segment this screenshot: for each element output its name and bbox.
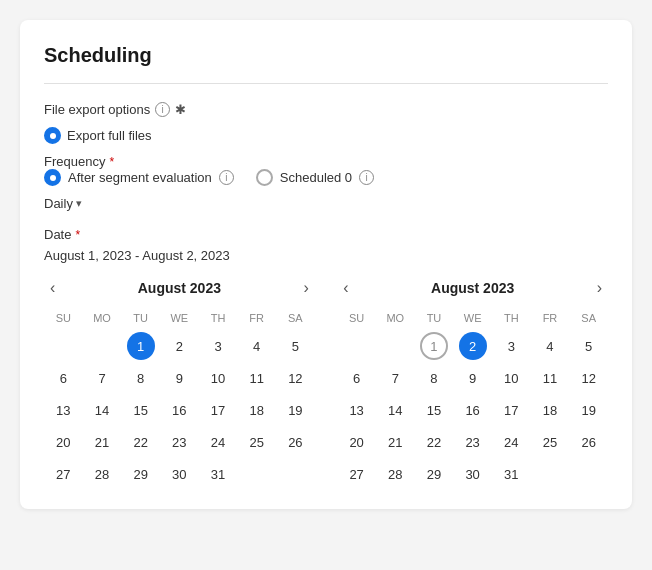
- right-day-15[interactable]: 15: [420, 396, 448, 424]
- right-day-8[interactable]: 8: [420, 364, 448, 392]
- right-day-1[interactable]: 1: [420, 332, 448, 360]
- export-full-files-option[interactable]: Export full files: [44, 127, 608, 144]
- daily-select-row[interactable]: Daily ▾: [44, 196, 608, 211]
- left-day-tu: TU: [121, 309, 160, 329]
- right-day-27[interactable]: 27: [343, 460, 371, 488]
- right-day-mo: MO: [376, 309, 415, 329]
- left-day-fr: FR: [237, 309, 276, 329]
- file-export-gear-icon[interactable]: ✱: [175, 102, 186, 117]
- right-cal-header: ‹ August 2023 ›: [337, 277, 608, 299]
- left-day-24[interactable]: 24: [204, 428, 232, 456]
- left-day-21[interactable]: 21: [88, 428, 116, 456]
- right-day-4[interactable]: 4: [536, 332, 564, 360]
- left-day-5[interactable]: 5: [281, 332, 309, 360]
- left-day-12[interactable]: 12: [281, 364, 309, 392]
- right-day-19[interactable]: 19: [575, 396, 603, 424]
- date-label: Date *: [44, 227, 608, 242]
- right-day-17[interactable]: 17: [497, 396, 525, 424]
- left-day-31[interactable]: 31: [204, 460, 232, 488]
- frequency-required-star: *: [109, 155, 114, 169]
- right-day-22[interactable]: 22: [420, 428, 448, 456]
- left-day-13[interactable]: 13: [49, 396, 77, 424]
- scheduled-option[interactable]: Scheduled 0 i: [256, 169, 374, 186]
- left-day-17[interactable]: 17: [204, 396, 232, 424]
- left-cal-prev-btn[interactable]: ‹: [44, 277, 61, 299]
- left-day-6[interactable]: 6: [49, 364, 77, 392]
- right-day-13[interactable]: 13: [343, 396, 371, 424]
- right-day-23[interactable]: 23: [459, 428, 487, 456]
- right-day-fr: FR: [531, 309, 570, 329]
- right-day-24[interactable]: 24: [497, 428, 525, 456]
- right-cal-next-btn[interactable]: ›: [591, 277, 608, 299]
- right-day-29[interactable]: 29: [420, 460, 448, 488]
- left-day-14[interactable]: 14: [88, 396, 116, 424]
- left-day-23[interactable]: 23: [165, 428, 193, 456]
- left-day-10[interactable]: 10: [204, 364, 232, 392]
- right-day-25[interactable]: 25: [536, 428, 564, 456]
- right-day-11[interactable]: 11: [536, 364, 564, 392]
- right-day-tu: TU: [415, 309, 454, 329]
- left-day-22[interactable]: 22: [127, 428, 155, 456]
- left-day-26[interactable]: 26: [281, 428, 309, 456]
- left-cal-next-btn[interactable]: ›: [297, 277, 314, 299]
- left-day-20[interactable]: 20: [49, 428, 77, 456]
- export-full-files-label: Export full files: [67, 128, 152, 143]
- frequency-options: After segment evaluation i Scheduled 0 i: [44, 169, 608, 186]
- after-segment-option[interactable]: After segment evaluation i: [44, 169, 234, 186]
- left-day-7[interactable]: 7: [88, 364, 116, 392]
- left-day-16[interactable]: 16: [165, 396, 193, 424]
- left-day-2[interactable]: 2: [165, 332, 193, 360]
- left-day-25[interactable]: 25: [243, 428, 271, 456]
- left-day-18[interactable]: 18: [243, 396, 271, 424]
- right-empty-2: [381, 332, 409, 360]
- left-day-we: WE: [160, 309, 199, 329]
- right-calendar: ‹ August 2023 › SU MO TU WE TH FR SA 1 2…: [337, 277, 608, 489]
- left-day-1[interactable]: 1: [127, 332, 155, 360]
- daily-select-box[interactable]: Daily ▾: [44, 196, 82, 211]
- right-day-21[interactable]: 21: [381, 428, 409, 456]
- right-day-31[interactable]: 31: [497, 460, 525, 488]
- left-calendar: ‹ August 2023 › SU MO TU WE TH FR SA 1 2…: [44, 277, 315, 489]
- left-day-sa: SA: [276, 309, 315, 329]
- left-empty-2: [88, 332, 116, 360]
- right-day-12[interactable]: 12: [575, 364, 603, 392]
- file-export-label: File export options i ✱: [44, 102, 608, 117]
- right-day-2[interactable]: 2: [459, 332, 487, 360]
- left-day-4[interactable]: 4: [243, 332, 271, 360]
- right-day-30[interactable]: 30: [459, 460, 487, 488]
- right-day-5[interactable]: 5: [575, 332, 603, 360]
- left-day-su: SU: [44, 309, 83, 329]
- right-day-7[interactable]: 7: [381, 364, 409, 392]
- right-day-10[interactable]: 10: [497, 364, 525, 392]
- left-day-11[interactable]: 11: [243, 364, 271, 392]
- export-radio-selected[interactable]: [44, 127, 61, 144]
- left-day-8[interactable]: 8: [127, 364, 155, 392]
- right-day-6[interactable]: 6: [343, 364, 371, 392]
- right-day-20[interactable]: 20: [343, 428, 371, 456]
- left-day-3[interactable]: 3: [204, 332, 232, 360]
- left-day-28[interactable]: 28: [88, 460, 116, 488]
- right-day-3[interactable]: 3: [497, 332, 525, 360]
- scheduling-card: Scheduling File export options i ✱ Expor…: [20, 20, 632, 509]
- after-segment-label: After segment evaluation: [68, 170, 212, 185]
- right-day-9[interactable]: 9: [459, 364, 487, 392]
- file-export-info-icon[interactable]: i: [155, 102, 170, 117]
- scheduled-radio[interactable]: [256, 169, 273, 186]
- left-day-29[interactable]: 29: [127, 460, 155, 488]
- right-day-16[interactable]: 16: [459, 396, 487, 424]
- right-day-26[interactable]: 26: [575, 428, 603, 456]
- left-empty-1: [49, 332, 77, 360]
- after-segment-radio[interactable]: [44, 169, 61, 186]
- left-day-19[interactable]: 19: [281, 396, 309, 424]
- left-day-27[interactable]: 27: [49, 460, 77, 488]
- right-day-14[interactable]: 14: [381, 396, 409, 424]
- right-day-we: WE: [453, 309, 492, 329]
- right-cal-prev-btn[interactable]: ‹: [337, 277, 354, 299]
- left-day-9[interactable]: 9: [165, 364, 193, 392]
- right-day-18[interactable]: 18: [536, 396, 564, 424]
- scheduled-info-icon[interactable]: i: [359, 170, 374, 185]
- after-segment-info-icon[interactable]: i: [219, 170, 234, 185]
- left-day-30[interactable]: 30: [165, 460, 193, 488]
- left-day-15[interactable]: 15: [127, 396, 155, 424]
- right-day-28[interactable]: 28: [381, 460, 409, 488]
